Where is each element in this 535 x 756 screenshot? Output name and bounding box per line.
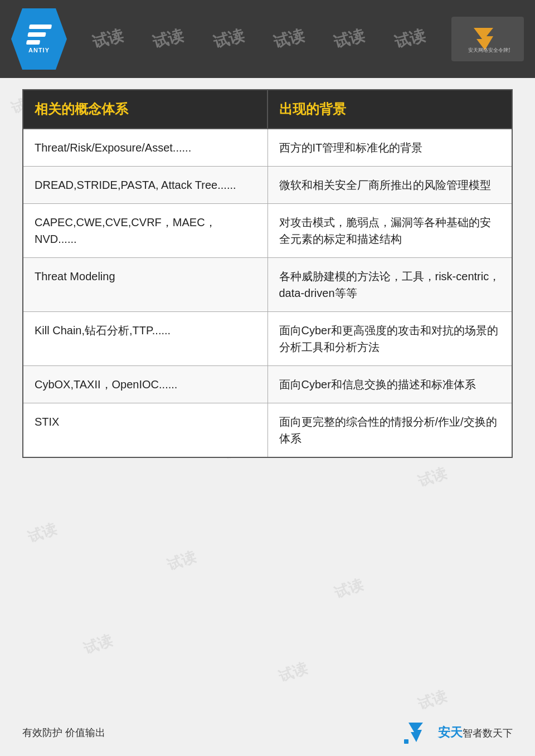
table-row: Threat/Risk/Exposure/Asset......西方的IT管理和… <box>23 129 512 167</box>
logo-text: ANTIY <box>28 47 50 53</box>
table-row: STIX面向更完整的综合性的情报分析/作业/交换的体系 <box>23 403 512 458</box>
table-cell-right: 微软和相关安全厂商所推出的风险管理模型 <box>268 167 512 204</box>
table-header-row: 相关的概念体系 出现的背景 <box>23 90 512 129</box>
footer-brand-text: 安天智者数天下 <box>438 724 513 741</box>
logo: ANTIY <box>11 8 67 70</box>
table-body: Threat/Risk/Exposure/Asset......西方的IT管理和… <box>23 129 512 457</box>
svg-marker-2 <box>408 723 423 742</box>
table-cell-right: 西方的IT管理和标准化的背景 <box>268 129 512 167</box>
svg-rect-3 <box>404 739 408 744</box>
header-wm-6: 试读 <box>392 25 428 53</box>
table-cell-right: 面向Cyber和信息交换的描述和标准体系 <box>268 366 512 403</box>
footer-logo-icon <box>403 720 434 745</box>
header: ANTIY 试读 试读 试读 试读 试读 试读 安天网络安全令牌第四届 <box>0 0 535 78</box>
header-wm-4: 试读 <box>271 25 307 53</box>
header-wm-2: 试读 <box>151 25 187 53</box>
table-cell-left: Kill Chain,钻石分析,TTP...... <box>23 312 268 366</box>
table-cell-right: 对攻击模式，脆弱点，漏洞等各种基础的安全元素的标定和描述结构 <box>268 204 512 258</box>
logo-lines <box>26 25 52 45</box>
col2-header: 出现的背景 <box>268 90 512 129</box>
header-logo-right: 安天网络安全令牌第四届 <box>451 17 524 61</box>
table-cell-right: 各种威胁建模的方法论，工具，risk-centric，data-driven等等 <box>268 258 512 312</box>
footer-brand: 安天 <box>438 725 463 739</box>
data-table: 相关的概念体系 出现的背景 Threat/Risk/Exposure/Asset… <box>22 89 513 458</box>
logo-line-1 <box>29 25 52 29</box>
table-row: CAPEC,CWE,CVE,CVRF，MAEC，NVD......对攻击模式，脆… <box>23 204 512 258</box>
footer-slogan: 有效防护 价值输出 <box>22 726 105 739</box>
header-wm-1: 试读 <box>90 25 126 53</box>
footer-logo: 安天智者数天下 <box>403 720 513 745</box>
table-row: Threat Modeling各种威胁建模的方法论，工具，risk-centri… <box>23 258 512 312</box>
footer: 有效防护 价值输出 安天智者数天下 <box>22 720 513 745</box>
header-wm-5: 试读 <box>332 25 368 53</box>
table-cell-left: CAPEC,CWE,CVE,CVRF，MAEC，NVD...... <box>23 204 268 258</box>
table-cell-left: STIX <box>23 403 268 458</box>
logo-line-3 <box>26 40 40 45</box>
footer-brand-suffix: 智者数天下 <box>463 728 513 739</box>
table-cell-right: 面向更完整的综合性的情报分析/作业/交换的体系 <box>268 403 512 458</box>
table-cell-left: Threat/Risk/Exposure/Asset...... <box>23 129 268 167</box>
table-cell-left: CybOX,TAXII，OpenIOC...... <box>23 366 268 403</box>
logo-line-2 <box>27 32 46 37</box>
svg-text:安天网络安全令牌第四届: 安天网络安全令牌第四届 <box>468 47 510 53</box>
svg-marker-0 <box>474 28 493 50</box>
header-wm-3: 试读 <box>211 25 247 53</box>
table-cell-left: DREAD,STRIDE,PASTA, Attack Tree...... <box>23 167 268 204</box>
main-content: 相关的概念体系 出现的背景 Threat/Risk/Exposure/Asset… <box>22 89 513 711</box>
table-cell-right: 面向Cyber和更高强度的攻击和对抗的场景的分析工具和分析方法 <box>268 312 512 366</box>
col1-header: 相关的概念体系 <box>23 90 268 129</box>
brand-icon: 安天网络安全令牌第四届 <box>465 25 510 53</box>
table-cell-left: Threat Modeling <box>23 258 268 312</box>
table-row: CybOX,TAXII，OpenIOC......面向Cyber和信息交换的描述… <box>23 366 512 403</box>
header-watermarks: 试读 试读 试读 试读 试读 试读 <box>67 28 451 50</box>
table-row: DREAD,STRIDE,PASTA, Attack Tree......微软和… <box>23 167 512 204</box>
table-row: Kill Chain,钻石分析,TTP......面向Cyber和更高强度的攻击… <box>23 312 512 366</box>
